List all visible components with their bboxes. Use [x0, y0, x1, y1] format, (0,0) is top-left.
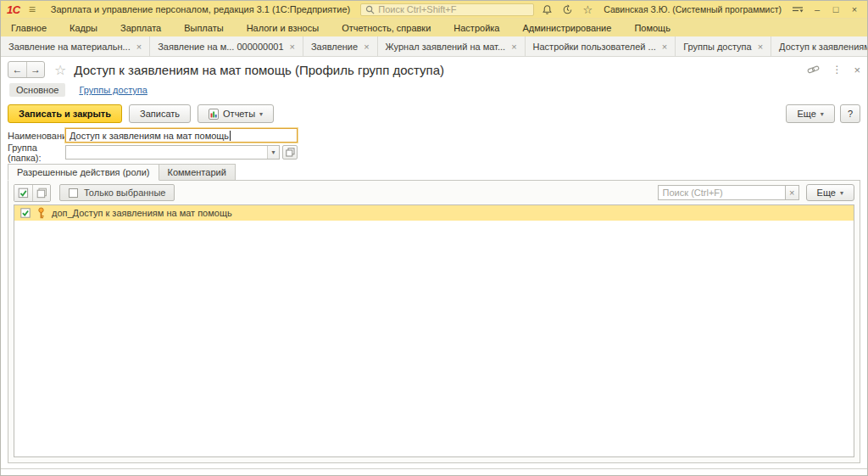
- help-button[interactable]: ?: [840, 104, 860, 123]
- 1c-logo: 1С: [7, 3, 20, 16]
- more-button-roles[interactable]: Еще ▾: [806, 184, 854, 201]
- role-checkbox-checked[interactable]: [20, 208, 31, 218]
- bottom-divider: [1, 468, 867, 469]
- group-open-button[interactable]: [282, 145, 298, 160]
- menu-item-kadry[interactable]: Кадры: [70, 23, 97, 33]
- tab-dostup-k-zayavleniyam-1[interactable]: Доступ к заявлениям на м... ×: [771, 36, 868, 56]
- role-row-label: доп_Доступ к заявлениям на мат помощь: [52, 208, 232, 218]
- roles-panel: Только выбранные × Еще ▾: [8, 180, 860, 463]
- only-selected-label: Только выбранные: [84, 188, 165, 198]
- current-user-label: Савинская З.Ю. (Системный программист): [604, 4, 782, 14]
- search-icon: [365, 5, 375, 14]
- tab-close-icon[interactable]: ×: [758, 42, 763, 52]
- chevron-down-icon: ▾: [259, 110, 263, 118]
- form-page-tabs: Разрешенные действия (роли) Комментарий: [8, 164, 236, 181]
- reports-label: Отчеты: [223, 109, 255, 119]
- tab-label: Заявление: [311, 42, 358, 52]
- add-to-favorites-icon[interactable]: ☆: [54, 62, 66, 78]
- menu-item-vyplaty[interactable]: Выплаты: [184, 23, 223, 33]
- only-selected-toggle[interactable]: Только выбранные: [59, 184, 175, 201]
- role-row-selected[interactable]: доп_Доступ к заявлениям на мат помощь: [14, 205, 854, 221]
- menu-item-pomosch[interactable]: Помощь: [634, 23, 670, 33]
- nav-link-access-groups[interactable]: Группы доступа: [79, 85, 147, 95]
- more-button-top[interactable]: Еще ▾: [786, 104, 834, 123]
- reports-button[interactable]: Отчеты ▾: [198, 104, 274, 123]
- tab-zayavlenie-000000001[interactable]: Заявление на м... 000000001 ×: [150, 36, 303, 56]
- open-in-list-icon: [286, 148, 295, 157]
- more-label: Еще: [797, 109, 815, 119]
- menu-item-administrirovanie[interactable]: Администрирование: [522, 23, 611, 33]
- main-menu-bar: Главное Кадры Зарплата Выплаты Налоги и …: [1, 18, 867, 36]
- form-navigation: Основное Группы доступа: [9, 82, 147, 98]
- help-label: ?: [848, 109, 853, 119]
- name-input[interactable]: Доступ к заявлениям на мат помощь: [65, 128, 298, 143]
- group-combo-input[interactable]: ▾: [65, 145, 280, 160]
- chevron-down-icon: ▾: [821, 110, 824, 118]
- uncheck-all-button[interactable]: [32, 185, 50, 201]
- global-search-input[interactable]: Поиск Ctrl+Shift+F: [360, 3, 534, 16]
- check-all-button[interactable]: [14, 185, 32, 201]
- tab-close-icon[interactable]: ×: [290, 42, 295, 52]
- tab-close-icon[interactable]: ×: [364, 42, 369, 52]
- tab-zhurnal-zayavleniy[interactable]: Журнал заявлений на мат... ×: [378, 36, 526, 56]
- save-button[interactable]: Записать: [129, 104, 191, 123]
- text-cursor: [230, 131, 231, 141]
- minimize-button[interactable]: –: [810, 4, 824, 14]
- page-title: Доступ к заявлениям на мат помощь (Профи…: [74, 63, 444, 77]
- get-link-icon[interactable]: [807, 64, 820, 75]
- close-window-button[interactable]: ×: [848, 4, 861, 14]
- tab-gruppy-dostupa[interactable]: Группы доступа ×: [676, 36, 771, 56]
- nav-link-main[interactable]: Основное: [9, 83, 65, 97]
- name-field-label: Наименование:: [8, 131, 65, 141]
- roles-list: доп_Доступ к заявлениям на мат помощь: [14, 204, 854, 457]
- maximize-button[interactable]: □: [829, 4, 843, 14]
- menu-item-otchetnost[interactable]: Отчетность, справки: [342, 23, 431, 33]
- tab-close-icon[interactable]: ×: [136, 42, 142, 52]
- group-field-row: Группа (папка): ▾: [8, 144, 298, 160]
- tab-comment[interactable]: Комментарий: [159, 164, 236, 181]
- menu-item-zarplata[interactable]: Зарплата: [120, 23, 161, 33]
- back-button[interactable]: ←: [8, 62, 26, 77]
- name-field-row: Наименование: Доступ к заявлениям на мат…: [8, 127, 298, 143]
- more-actions-kebab-icon[interactable]: ⋮: [832, 64, 842, 76]
- name-input-value: Доступ к заявлениям на мат помощь: [70, 131, 229, 141]
- history-nav-buttons: ← →: [8, 61, 45, 78]
- tab-close-icon[interactable]: ×: [511, 42, 516, 52]
- history-icon[interactable]: [559, 3, 575, 16]
- notifications-bell-icon[interactable]: [539, 3, 554, 16]
- main-menu-icon[interactable]: ≡: [29, 3, 36, 15]
- tab-zayavlenie-na-materialn[interactable]: Заявление на материальн... ×: [1, 36, 150, 56]
- tab-label: Заявление на м... 000000001: [158, 42, 283, 52]
- menu-item-nalogi[interactable]: Налоги и взносы: [247, 23, 320, 33]
- tab-label: Журнал заявлений на мат...: [386, 42, 506, 52]
- report-chart-icon: [209, 109, 219, 120]
- group-dropdown-button[interactable]: ▾: [267, 146, 279, 159]
- save-label: Записать: [140, 109, 180, 119]
- only-selected-checkbox[interactable]: [69, 188, 78, 198]
- tab-label: Настройки пользователей ...: [533, 42, 656, 52]
- tab-allowed-actions-roles[interactable]: Разрешенные действия (роли): [8, 164, 159, 181]
- favorites-star-icon[interactable]: ☆: [580, 3, 595, 16]
- tab-zayavlenie[interactable]: Заявление ×: [303, 36, 378, 56]
- application-window: 1С ≡ Зарплата и управление персоналом, р…: [0, 0, 868, 476]
- save-and-close-label: Записать и закрыть: [19, 109, 111, 119]
- tab-label: Заявление на материальн...: [8, 42, 131, 52]
- role-key-icon: [36, 207, 46, 219]
- tab-close-icon[interactable]: ×: [662, 42, 667, 52]
- window-titlebar: 1С ≡ Зарплата и управление персоналом, р…: [1, 1, 867, 18]
- command-bar: Записать и закрыть Записать Отчеты ▾ Еще…: [8, 104, 860, 123]
- more-label: Еще: [817, 188, 836, 198]
- tab-label: Группы доступа: [683, 42, 751, 52]
- service-menu-icon[interactable]: [790, 3, 805, 16]
- open-windows-tabbar: Заявление на материальн... × Заявление н…: [1, 36, 867, 57]
- app-title: Зарплата и управление персоналом, редакц…: [51, 4, 350, 14]
- close-form-icon[interactable]: ×: [854, 64, 860, 76]
- group-field-label: Группа (папка):: [8, 143, 65, 163]
- menu-item-glavnoe[interactable]: Главное: [11, 23, 47, 33]
- tab-nastroyki-polzovateley[interactable]: Настройки пользователей ... ×: [526, 36, 676, 56]
- save-and-close-button[interactable]: Записать и закрыть: [8, 104, 122, 123]
- clear-search-button[interactable]: ×: [785, 185, 799, 200]
- menu-item-nastroyka[interactable]: Настройка: [453, 23, 499, 33]
- forward-button[interactable]: →: [26, 62, 44, 77]
- roles-search-input[interactable]: [658, 185, 785, 200]
